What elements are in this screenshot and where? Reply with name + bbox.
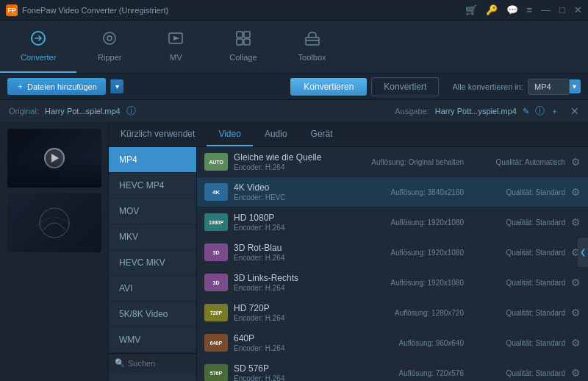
format-option-detail-3d-lr: Encoder: H.264: [234, 284, 362, 292]
settings-gear-icon-3d-lr[interactable]: ⚙: [571, 277, 581, 288]
audio-label: Audio: [265, 129, 287, 139]
format-dropdown-wrap: MP4 ▾: [528, 79, 581, 95]
format-option-sd576p[interactable]: 576P SD 576P Encoder: H.264 Auflösung: 7…: [197, 358, 588, 381]
format-option-resolution-3d-rb: Auflösung: 1920x1080: [368, 249, 464, 257]
format-option-info-3d-lr: 3D Links-Rechts Encoder: H.264: [234, 273, 362, 292]
svg-rect-5: [244, 32, 250, 38]
tab-toolbox[interactable]: Toolbox: [278, 21, 347, 73]
format-dropdown-arrow[interactable]: ▾: [568, 79, 581, 93]
format-option-resolution-640p: Auflösung: 960x640: [368, 339, 464, 347]
title-bar: FP FonePaw Video Converter (Unregistrier…: [0, 0, 588, 21]
key-icon[interactable]: 🔑: [486, 4, 498, 15]
format-dropdown[interactable]: MP4: [528, 79, 570, 95]
menu-icon[interactable]: ≡: [527, 4, 533, 15]
format-option-info-640p: 640P Encoder: H.264: [234, 333, 362, 352]
badge-720p: 720P: [204, 304, 228, 321]
settings-gear-icon-4k[interactable]: ⚙: [571, 186, 581, 198]
title-bar-controls[interactable]: 🛒 🔑 💬 ≡ — □ ✕: [465, 4, 582, 15]
format-left-item-mkv[interactable]: MKV: [109, 224, 196, 250]
title-bar-left: FP FonePaw Video Converter (Unregistrier…: [6, 4, 168, 16]
converter-label: Converter: [21, 53, 56, 62]
video-label: Video: [218, 129, 240, 139]
format-option-3d-rb[interactable]: 3D 3D Rot-Blau Encoder: H.264 Auflösung:…: [197, 238, 588, 268]
format-option-720p[interactable]: 720P HD 720P Encoder: H.264 Auflösung: 1…: [197, 298, 588, 328]
format-left-item-hevcmp4[interactable]: HEVC MP4: [109, 173, 196, 199]
collapse-panel-arrow[interactable]: ❮: [578, 238, 588, 267]
original-label: Original:: [9, 107, 39, 115]
format-option-title-720p: HD 720P: [234, 303, 362, 313]
format-search-input[interactable]: [128, 359, 187, 368]
mv-label: MV: [170, 53, 182, 62]
preview-thumb-1: [7, 129, 101, 188]
search-icon: 🔍: [115, 358, 125, 368]
format-left-nav: MP4 HEVC MP4 MOV MKV HEVC MKV: [109, 147, 197, 381]
format-option-detail-sd576p: Encoder: H.264: [234, 374, 362, 381]
badge-3d-rb: 3D: [204, 243, 228, 261]
original-filename: Harry Pot...spiel.mp4: [45, 107, 121, 115]
badge-3d-lr: 3D: [204, 274, 228, 291]
format-option-title-sd576p: SD 576P: [234, 363, 362, 374]
settings-gear-icon-sd576p[interactable]: ⚙: [571, 367, 581, 379]
ripper-icon: [101, 30, 118, 50]
edit-output-icon[interactable]: ✎: [523, 107, 529, 116]
nav-tabs: Converter Ripper MV Collag: [0, 21, 588, 74]
tab-device[interactable]: Gerät: [299, 123, 345, 146]
tab-collage[interactable]: Collage: [209, 21, 277, 73]
svg-rect-6: [237, 39, 243, 45]
cart-icon[interactable]: 🛒: [465, 4, 477, 15]
badge-auto: AUTO: [204, 153, 228, 171]
settings-gear-icon-1080p[interactable]: ⚙: [571, 216, 581, 228]
speech-icon[interactable]: 💬: [506, 4, 518, 15]
minimize-btn[interactable]: —: [541, 4, 551, 15]
format-option-detail: Encoder: H.264: [234, 163, 362, 171]
format-option-resolution-1080p: Auflösung: 1920x1080: [368, 218, 464, 227]
close-file-button[interactable]: ✕: [570, 105, 579, 117]
format-left-item-mov[interactable]: MOV: [109, 199, 196, 224]
toolbar: ＋ Dateien hinzufügen ▾ Konvertieren Konv…: [0, 74, 588, 100]
tab-ripper[interactable]: Ripper: [76, 21, 143, 73]
add-files-label: Dateien hinzufügen: [27, 82, 97, 91]
info-icon-output[interactable]: ⓘ: [535, 104, 545, 118]
konvertieren-button[interactable]: Konvertieren: [290, 78, 367, 96]
svg-rect-8: [306, 38, 319, 45]
format-left-item-wmv[interactable]: WMV: [109, 327, 196, 353]
preview-thumb-2: [7, 193, 101, 252]
format-option-info-4k: 4K Video Encoder: HEVC: [234, 182, 362, 202]
badge-sd576p: 576P: [204, 364, 228, 381]
tab-converter[interactable]: Converter: [0, 21, 76, 73]
settings-gear-icon-640p[interactable]: ⚙: [571, 337, 581, 349]
format-option-640p[interactable]: 640P 640P Encoder: H.264 Auflösung: 960x…: [197, 328, 588, 358]
konvertiert-button[interactable]: Konvertiert: [371, 77, 439, 96]
settings-gear-icon-720p[interactable]: ⚙: [571, 307, 581, 318]
format-option-1080p[interactable]: 1080P HD 1080P Encoder: H.264 Auflösung:…: [197, 207, 588, 238]
format-option-quality-640p: Qualität: Standard: [470, 339, 565, 347]
tab-video[interactable]: Video: [207, 123, 252, 146]
settings-gear-icon[interactable]: ⚙: [571, 156, 581, 168]
format-left-item-avi[interactable]: AVI: [109, 276, 196, 302]
format-option-auto[interactable]: AUTO Gleiche wie die Quelle Encoder: H.2…: [197, 147, 588, 177]
format-panel: Kürzlich verwendet Video Audio Gerät: [109, 123, 588, 381]
tab-recently-used[interactable]: Kürzlich verwendet: [109, 123, 207, 146]
lower-section: Kürzlich verwendet Video Audio Gerät: [0, 123, 588, 381]
format-option-info-1080p: HD 1080P Encoder: H.264: [234, 213, 362, 232]
format-left-item-5k8k[interactable]: 5K/8K Video: [109, 302, 196, 327]
tab-audio[interactable]: Audio: [253, 123, 299, 146]
format-option-4k[interactable]: 4K 4K Video Encoder: HEVC Auflösung: 384…: [197, 177, 588, 207]
maximize-btn[interactable]: □: [559, 4, 565, 15]
app-title: FonePaw Video Converter (Unregistriert): [22, 6, 168, 15]
format-option-quality-1080p: Qualität: Standard: [470, 218, 565, 227]
add-files-dropdown-arrow[interactable]: ▾: [110, 79, 123, 93]
window-close-btn[interactable]: ✕: [574, 4, 582, 15]
add-output-icon[interactable]: ＋: [551, 106, 559, 117]
add-files-button[interactable]: ＋ Dateien hinzufügen: [7, 78, 106, 95]
format-option-3d-lr[interactable]: 3D 3D Links-Rechts Encoder: H.264 Auflös…: [197, 268, 588, 298]
format-option-resolution-3d-lr: Auflösung: 1920x1080: [368, 279, 464, 287]
format-left-item-mp4[interactable]: MP4: [109, 147, 196, 173]
converter-icon: [30, 30, 46, 50]
format-left-item-hevcmkv[interactable]: HEVC MKV: [109, 250, 196, 276]
format-option-detail-4k: Encoder: HEVC: [234, 193, 362, 202]
tab-mv[interactable]: MV: [143, 21, 209, 73]
ripper-label: Ripper: [98, 53, 121, 62]
info-icon[interactable]: ⓘ: [126, 104, 136, 118]
format-option-resolution-sd576p: Auflösung: 720x576: [368, 369, 464, 377]
